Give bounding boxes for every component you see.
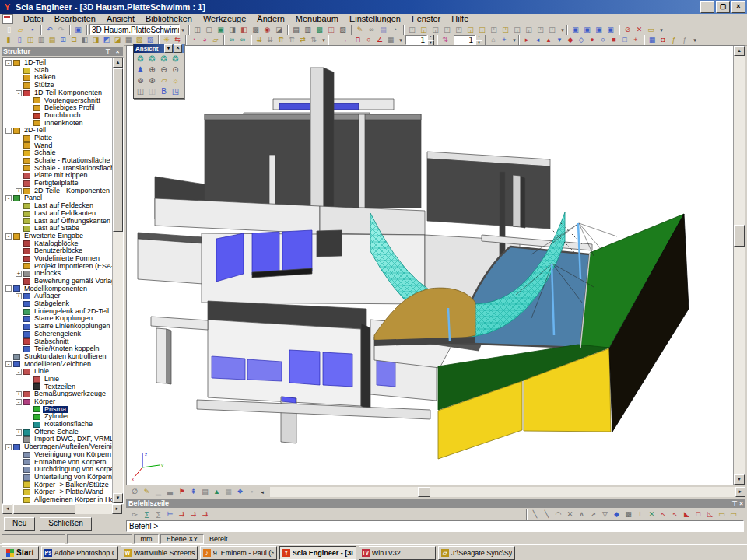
node-tool-icon[interactable]: + [630, 35, 641, 45]
model-viewport[interactable]: z x y ▲ ▼ Ansicht ▾ × ❂❂❂❂♟⊕⊖⊙⊚⊛▱☼◫◫B◳ [126, 45, 745, 485]
snap-corner-icon[interactable]: ◣ [681, 509, 693, 520]
tree-expander-icon[interactable] [16, 90, 22, 96]
node-tool-icon[interactable]: ◂ [532, 35, 543, 45]
tree-expander-icon[interactable] [16, 293, 22, 299]
ucs-icon[interactable]: ◱ [465, 25, 476, 35]
rect-icon[interactable]: ⊓ [352, 35, 363, 45]
snap-angle-icon[interactable]: ◺ [704, 509, 716, 520]
menu-item[interactable]: Bibliotheken [140, 14, 198, 24]
delete-icon[interactable]: ⊘ [622, 25, 633, 35]
command-input[interactable]: Befehl > [126, 520, 744, 532]
3d-model-canvas[interactable]: z x y [127, 46, 734, 483]
tree-item[interactable]: 1D-Teil-Komponenten [4, 89, 111, 97]
menu-item[interactable]: Ändern [251, 14, 289, 24]
scroll-down-icon[interactable]: ▼ [734, 474, 745, 485]
mdi-child-icon[interactable] [2, 14, 13, 24]
tree-horizontal-scrollbar[interactable]: ◄ ► [2, 504, 122, 514]
ucs-icon[interactable]: ◳ [441, 25, 453, 35]
tree-expander-icon[interactable] [16, 188, 22, 194]
zoom-selection-icon[interactable]: ⊙ [170, 65, 181, 75]
zoom-all-icon[interactable]: ⊛ [146, 75, 158, 86]
taskbar-task-button[interactable]: TV WinTV32 [359, 546, 436, 560]
options-icon[interactable]: ◔ [389, 25, 401, 35]
snap-cross-icon[interactable]: ✕ [564, 509, 576, 520]
redo-icon[interactable]: ↷ [55, 25, 67, 35]
undo-icon[interactable]: ↶ [44, 25, 55, 35]
tree-item[interactable]: Wand [4, 142, 111, 150]
node-tool-icon[interactable]: ▸ [521, 35, 532, 45]
print-view-icon[interactable]: ▤ [199, 487, 211, 497]
view-tool-icon[interactable]: ◫ [191, 25, 203, 35]
view-tool-icon[interactable]: ◧ [238, 25, 250, 35]
node-tool-icon[interactable]: ■ [608, 35, 619, 45]
tree-scroll-thumb[interactable] [113, 68, 123, 232]
print-preview-icon[interactable]: ▥ [302, 25, 314, 35]
activity-spinner[interactable]: 1 ▲▼ [405, 35, 434, 46]
move-up-icon[interactable]: ⇈ [275, 35, 286, 45]
tree-expander-icon[interactable] [16, 271, 22, 277]
taskbar-task-button[interactable]: ▱ J:\Seagate Sync\SyncRe... [438, 546, 515, 560]
scroll-left-icon[interactable]: ◄ [2, 504, 12, 514]
clip-toggle-icon[interactable]: ∅ [129, 487, 141, 497]
snap-plane-icon[interactable]: ▭ [716, 509, 728, 520]
tree-expander-icon[interactable] [5, 60, 12, 66]
member-tool-icon[interactable]: ◫ [25, 35, 36, 45]
home-view-icon[interactable]: ⌂ [488, 35, 499, 45]
scroll-right-icon[interactable]: ► [112, 504, 122, 514]
toolbar-more-icon[interactable]: ▾ [658, 25, 665, 35]
menu-item[interactable]: Bearbeiten [49, 14, 101, 24]
tree-expander-icon[interactable] [5, 361, 12, 367]
function-icon[interactable]: ƒ [679, 35, 690, 45]
member-tool-icon[interactable]: ▮ [3, 35, 14, 45]
tree-item[interactable]: Balken [4, 74, 111, 82]
angle-icon[interactable]: ∠ [374, 35, 385, 45]
polyline-icon[interactable]: ⌐ [342, 35, 352, 45]
axis-icon[interactable]: ⊢ [164, 509, 176, 520]
member-tool-icon[interactable]: ◩ [101, 35, 112, 45]
view-tool-icon[interactable]: ◨ [226, 25, 238, 35]
rotate-view-icon[interactable]: ❂ [158, 54, 170, 65]
gallery-icon[interactable]: ◫ [325, 25, 337, 35]
chart-icon[interactable]: ◘ [658, 35, 668, 45]
snap-box-icon[interactable]: □ [693, 509, 704, 520]
erase-icon[interactable]: ✕ [633, 25, 645, 35]
layer-icon[interactable]: ▭ [645, 25, 657, 35]
export-icon[interactable]: ▨ [337, 25, 349, 35]
rotate-view-icon[interactable]: ❂ [146, 54, 158, 65]
sum-gray-icon[interactable]: ∑ [153, 509, 164, 520]
move-swap-icon[interactable]: ⇅ [308, 35, 319, 45]
menu-item[interactable]: Einstellungen [344, 14, 406, 24]
tree-item[interactable]: 1D-Teil [4, 59, 111, 67]
ucs-icon[interactable]: ◰ [406, 25, 418, 35]
tree-item[interactable]: Bemaßungswerkzeuge [4, 390, 111, 398]
rotate-icon[interactable]: ◕ [199, 35, 210, 45]
member-tool-icon[interactable]: ▦ [123, 35, 134, 45]
snap-ortho-icon[interactable]: ⊥ [634, 509, 646, 520]
move-up-icon[interactable]: ⇈ [286, 35, 297, 45]
tree-expander-icon[interactable] [5, 195, 12, 201]
tree-vertical-scrollbar[interactable]: ▲ ▼ [112, 58, 123, 503]
tree-expander-icon[interactable] [5, 285, 12, 292]
member-tool-icon[interactable]: ⊞ [58, 35, 68, 45]
ucs-icon[interactable]: ◲ [430, 25, 441, 35]
tree-item[interactable]: Scherengelenk [4, 331, 111, 338]
snap-cursor-icon[interactable]: ◆ [611, 509, 622, 520]
draw-icon[interactable]: ✎ [141, 487, 153, 497]
ucs-icon[interactable]: ◳ [488, 25, 500, 35]
node-tool-icon[interactable]: ▾ [554, 35, 565, 45]
link-icon[interactable]: ∞ [366, 25, 377, 35]
snap-end-icon[interactable]: ↖ [658, 509, 669, 520]
copy-tool-icon[interactable]: ▣ [605, 25, 616, 35]
function-icon[interactable]: ƒ [668, 35, 679, 45]
edit-icon[interactable]: ✎ [354, 25, 366, 35]
snap-line-icon[interactable]: ╲ [529, 509, 541, 520]
structure-panel-header[interactable]: Struktur ⊤ × [2, 47, 123, 56]
zoom-window-icon[interactable]: ⊚ [135, 75, 146, 86]
grid-icon[interactable]: ▦ [385, 35, 396, 45]
menu-item[interactable]: Fenster [406, 14, 446, 24]
wire-mode-icon[interactable]: ▫ [246, 487, 258, 497]
snap-tri-icon[interactable]: ▽ [599, 509, 611, 520]
terrain-icon[interactable]: ▲ [211, 487, 223, 497]
menu-item[interactable]: Datei [18, 14, 49, 24]
move-down-icon[interactable]: ⇊ [254, 35, 265, 45]
